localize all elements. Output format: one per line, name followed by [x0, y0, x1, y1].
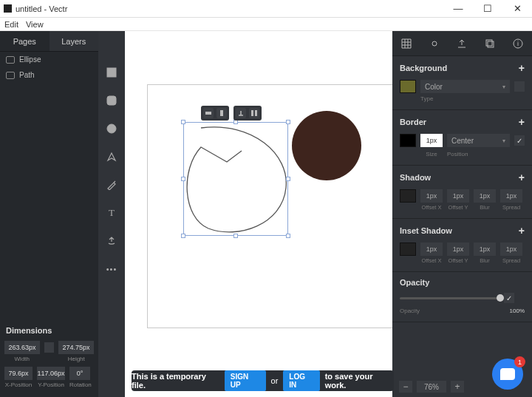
align-horizontal-icon[interactable]	[203, 108, 214, 118]
rounded-rect-tool-icon[interactable]	[106, 95, 117, 106]
opacity-slider-thumb[interactable]	[497, 294, 504, 302]
close-button[interactable]: ✕	[502, 0, 532, 18]
background-visible-toggle[interactable]	[514, 81, 525, 92]
background-type-select[interactable]: Color▾	[420, 80, 510, 93]
grid-icon[interactable]	[399, 36, 414, 51]
minimize-button[interactable]: —	[443, 0, 473, 18]
width-label: Width	[4, 356, 40, 362]
rectangle-tool-icon[interactable]	[106, 67, 117, 78]
resize-handle-sw[interactable]	[181, 234, 185, 238]
layer-thumb-icon	[6, 72, 15, 79]
x-position-input[interactable]	[4, 367, 33, 380]
opacity-section: Opacity ✓ Opacity 100%	[392, 272, 532, 322]
text-tool-icon[interactable]: T	[106, 207, 117, 219]
shadow-blur-label: Blur	[474, 204, 496, 211]
layer-thumb-icon	[6, 56, 15, 64]
aspect-lock-toggle[interactable]	[44, 342, 54, 353]
pencil-tool-icon[interactable]	[106, 179, 117, 191]
inset-offsetx-input[interactable]: 1px	[420, 242, 443, 256]
add-inset-shadow-button[interactable]: +	[519, 225, 525, 237]
align-vertical-icon[interactable]	[216, 108, 227, 118]
resize-handle-nw[interactable]	[181, 120, 185, 124]
rotation-input[interactable]	[69, 367, 90, 380]
resize-handle-e[interactable]	[286, 177, 290, 181]
shadow-offsety-input[interactable]: 1px	[447, 189, 469, 203]
zoom-out-button[interactable]: −	[399, 381, 412, 393]
border-visible-toggle[interactable]: ✓	[514, 135, 525, 146]
y-label: Y-Position	[37, 381, 65, 388]
ellipse-shape[interactable]	[292, 111, 361, 180]
opacity-visible-toggle[interactable]: ✓	[504, 293, 514, 303]
signup-button[interactable]: SIGN UP	[225, 370, 266, 391]
layer-item-path[interactable]: Path	[0, 67, 98, 83]
arrange-icon[interactable]	[236, 108, 246, 118]
export-icon[interactable]	[454, 36, 469, 51]
distribute-icon[interactable]	[249, 108, 259, 118]
dimensions-panel: Dimensions Width Height X-Position Y-Pos…	[0, 319, 98, 397]
svg-point-2	[107, 124, 116, 133]
shadow-oy-label: Offset Y	[447, 204, 469, 211]
shadow-spread-label: Spread	[500, 204, 522, 211]
inset-offsety-input[interactable]: 1px	[447, 242, 469, 256]
zoom-in-button[interactable]: +	[451, 381, 464, 393]
login-button[interactable]: LOG IN	[283, 370, 319, 391]
tool-strip: T •••	[98, 31, 125, 397]
border-position-select[interactable]: Center▾	[447, 134, 510, 147]
opacity-slider[interactable]	[400, 297, 499, 299]
menubar: Edit View	[0, 18, 532, 31]
shadow-section: Shadow + 1px 1px 1px 1px Offset X Offset…	[392, 166, 532, 219]
chat-icon	[500, 368, 515, 380]
more-tools-icon[interactable]: •••	[106, 263, 117, 275]
height-input[interactable]	[58, 341, 94, 354]
svg-rect-1	[107, 96, 116, 105]
context-toolbar	[201, 106, 262, 121]
border-title: Border	[400, 118, 426, 126]
zoom-value[interactable]: 76%	[417, 381, 446, 393]
width-input[interactable]	[4, 341, 40, 354]
border-size-label: Size	[420, 151, 443, 157]
chat-launcher[interactable]: 1	[492, 359, 523, 390]
link-icon[interactable]	[427, 36, 442, 51]
border-size-input[interactable]	[420, 134, 443, 147]
inset-spread-input[interactable]: 1px	[500, 242, 522, 256]
canvas-page[interactable]	[147, 84, 392, 328]
add-shadow-button[interactable]: +	[519, 172, 525, 183]
ellipse-tool-icon[interactable]	[106, 123, 117, 135]
selection-bbox[interactable]	[183, 122, 288, 236]
info-icon[interactable]: i	[511, 36, 525, 51]
shadow-blur-input[interactable]: 1px	[474, 189, 496, 203]
background-swatch[interactable]	[400, 80, 416, 93]
add-border-button[interactable]: +	[519, 116, 525, 128]
inset-shadow-title: Inset Shadow	[400, 226, 452, 235]
tab-pages[interactable]: Pages	[0, 31, 50, 51]
chat-badge: 1	[514, 356, 525, 367]
inset-swatch[interactable]	[400, 242, 416, 256]
inset-blur-input[interactable]: 1px	[474, 242, 496, 256]
resize-handle-w[interactable]	[181, 177, 185, 181]
background-title: Background	[400, 64, 447, 72]
resize-handle-s[interactable]	[233, 234, 238, 238]
shadow-offsetx-input[interactable]: 1px	[420, 189, 443, 203]
svg-rect-3	[205, 112, 211, 115]
add-background-button[interactable]: +	[519, 62, 525, 74]
opacity-value: 100%	[510, 308, 525, 314]
shadow-spread-input[interactable]: 1px	[500, 189, 522, 203]
tab-layers[interactable]: Layers	[50, 31, 99, 51]
menu-view[interactable]: View	[26, 20, 44, 29]
border-swatch[interactable]	[400, 134, 416, 147]
upload-tool-icon[interactable]	[106, 235, 117, 247]
y-position-input[interactable]	[37, 367, 65, 380]
shadow-swatch[interactable]	[400, 189, 416, 203]
canvas-area[interactable]	[125, 31, 392, 397]
menu-edit[interactable]: Edit	[4, 20, 18, 29]
maximize-button[interactable]: ☐	[473, 0, 502, 18]
height-label: Height	[58, 356, 94, 362]
copy-icon[interactable]	[482, 36, 497, 51]
resize-handle-ne[interactable]	[286, 120, 290, 124]
inset-spread-label: Spread	[500, 257, 522, 264]
pen-tool-icon[interactable]	[106, 151, 117, 163]
opacity-label: Opacity	[400, 308, 420, 314]
resize-handle-se[interactable]	[286, 234, 290, 238]
temp-file-banner: This is a temporary file. SIGN UP or LOG…	[132, 370, 394, 391]
layer-item-ellipse[interactable]: Ellipse	[0, 52, 98, 67]
